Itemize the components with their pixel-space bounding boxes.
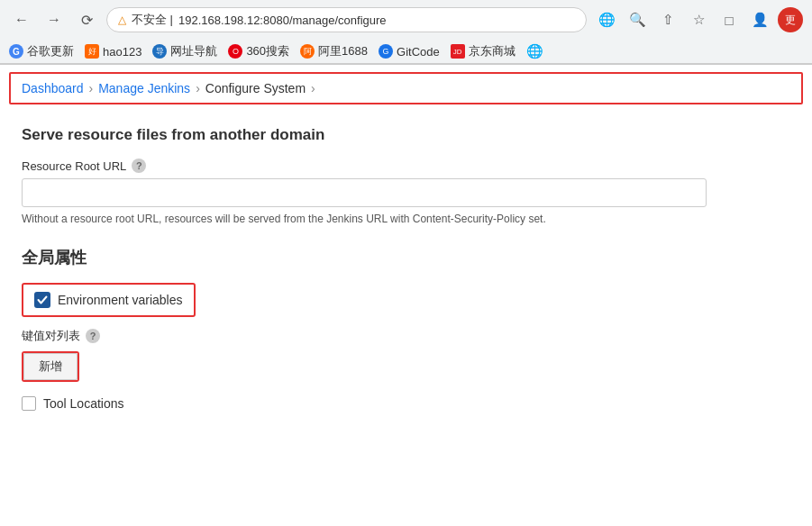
bookmark-jd-label: 京东商城 [469, 43, 515, 59]
resource-root-url-group: Resource Root URL ? Without a resource r… [22, 159, 790, 225]
security-icon: △ [118, 14, 126, 26]
bookmark-google-label: 谷歌更新 [27, 43, 74, 59]
ali1688-icon: 阿 [300, 44, 315, 59]
resource-root-url-help[interactable]: ? [132, 159, 146, 173]
bookmark-jd[interactable]: JD 京东商城 [451, 43, 515, 59]
resource-root-url-label: Resource Root URL [22, 159, 126, 173]
world-icon: 🌐 [526, 43, 543, 59]
breadcrumb-dashboard[interactable]: Dashboard [22, 81, 84, 95]
zoom-icon[interactable]: 🔍 [625, 7, 650, 32]
forward-button[interactable]: → [41, 7, 67, 32]
245-icon: 导 [152, 44, 167, 59]
breadcrumb-sep-1: › [89, 81, 94, 95]
env-vars-checkbox[interactable] [34, 292, 50, 308]
hao123-icon: 好 [85, 44, 99, 59]
kv-pairs-help[interactable]: ? [86, 329, 100, 343]
toolbar-icons: 🌐 🔍 ⇧ ☆ □ 👤 更 [594, 7, 803, 32]
tool-locations-label: Tool Locations [43, 396, 124, 411]
bookmark-gitcode-label: GitCode [397, 45, 440, 59]
share-icon[interactable]: ⇧ [655, 7, 680, 32]
url-value: 192.168.198.12:8080/manage/configure [178, 14, 387, 27]
bookmark-360-label: 360搜索 [246, 43, 289, 59]
bookmark-google[interactable]: G 谷歌更新 [9, 43, 74, 59]
bookmark-world[interactable]: 🌐 [526, 43, 543, 59]
add-btn-wrapper: 新增 [22, 351, 79, 382]
breadcrumb-configure-system: Configure System [205, 81, 306, 95]
url-text: 不安全 | [132, 12, 173, 28]
resource-root-url-input[interactable] [22, 178, 707, 207]
resource-root-url-hint: Without a resource root URL, resources w… [22, 213, 790, 225]
breadcrumb: Dashboard › Manage Jenkins › Configure S… [9, 72, 803, 104]
address-bar[interactable]: △ 不安全 | 192.168.198.12:8080/manage/confi… [106, 7, 587, 32]
bookmark-gitcode[interactable]: G GitCode [379, 44, 440, 59]
breadcrumb-sep-2: › [196, 81, 200, 95]
bookmark-245-label: 网址导航 [170, 43, 217, 59]
env-vars-section: Environment variables [22, 283, 196, 317]
main-content: Serve resource files from another domain… [0, 112, 812, 425]
back-button[interactable]: ← [9, 7, 34, 32]
tool-locations-checkbox[interactable] [22, 396, 36, 411]
section2-title: 全局属性 [22, 247, 790, 268]
tool-locations-row: Tool Locations [22, 396, 790, 411]
kv-pairs-label: 键值对列表 [22, 328, 80, 344]
bookmark-ali1688[interactable]: 阿 阿里1688 [300, 43, 368, 59]
browser-chrome: ← → ⟳ △ 不安全 | 192.168.198.12:8080/manage… [0, 0, 812, 65]
bookmark-icon[interactable]: ☆ [686, 7, 711, 32]
env-vars-label: Environment variables [58, 293, 183, 307]
bookmark-ali1688-label: 阿里1688 [318, 43, 368, 59]
jd-icon: JD [451, 44, 465, 59]
breadcrumb-manage-jenkins[interactable]: Manage Jenkins [98, 81, 190, 95]
bookmark-360[interactable]: O 360搜索 [228, 43, 289, 59]
kv-pairs-label-row: 键值对列表 ? [22, 328, 790, 344]
translate-icon[interactable]: 🌐 [594, 7, 619, 32]
breadcrumb-sep-3: › [311, 81, 315, 95]
bookmarks-bar: G 谷歌更新 好 hao123 导 网址导航 O 360搜索 阿 阿里1688 … [0, 40, 812, 64]
account-icon[interactable]: 👤 [747, 7, 772, 32]
reload-button[interactable]: ⟳ [74, 7, 99, 32]
google-icon: G [9, 44, 23, 59]
section1-title: Serve resource files from another domain [22, 126, 790, 144]
360-icon: O [228, 44, 242, 59]
update-button[interactable]: 更 [778, 7, 803, 32]
bookmark-hao123-label: hao123 [103, 45, 141, 59]
bookmark-245[interactable]: 导 网址导航 [152, 43, 217, 59]
add-button[interactable]: 新增 [23, 353, 78, 380]
resource-root-url-label-row: Resource Root URL ? [22, 159, 790, 173]
browser-nav: ← → ⟳ △ 不安全 | 192.168.198.12:8080/manage… [0, 0, 812, 40]
window-icon[interactable]: □ [716, 7, 742, 32]
gitcode-icon: G [379, 44, 393, 59]
bookmark-hao123[interactable]: 好 hao123 [85, 44, 141, 59]
page-content: Dashboard › Manage Jenkins › Configure S… [0, 72, 812, 425]
